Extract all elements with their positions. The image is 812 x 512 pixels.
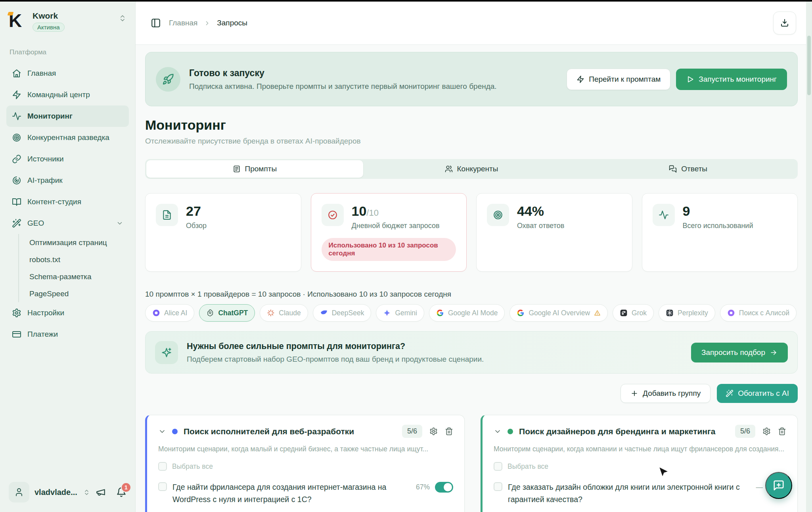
prompt-toggle[interactable] xyxy=(435,482,453,493)
chevron-down-icon[interactable] xyxy=(494,428,502,435)
grok-icon xyxy=(620,309,628,317)
gear-icon[interactable] xyxy=(762,427,771,435)
sidebar-item-label: Настройки xyxy=(27,309,64,317)
notifications-button[interactable]: 1 xyxy=(116,487,126,497)
stat-value: 44% xyxy=(517,204,564,219)
sidebar-item-payments[interactable]: Платежи xyxy=(6,324,129,345)
workspace-name: Kwork xyxy=(33,11,65,21)
sidebar-item-label: Платежи xyxy=(27,330,58,339)
scrollbar-track[interactable] xyxy=(806,2,812,512)
prompts-icon xyxy=(233,165,241,173)
stat-label: Дневной бюджет запросов xyxy=(352,222,440,230)
breadcrumb-current: Запросы xyxy=(217,19,247,27)
wand-sparkles-icon xyxy=(12,219,21,228)
group-count-badge: 5/6 xyxy=(402,425,422,438)
page-header: Главная Запросы xyxy=(136,2,812,45)
request-selection-button[interactable]: Запросить подбор xyxy=(691,343,788,362)
stat-cards: 27 Обзор 10/10 Дневной бюджет запросов И… xyxy=(145,193,798,272)
trash-icon[interactable] xyxy=(778,427,786,435)
sidebar-item-monitoring[interactable]: Мониторинг xyxy=(6,105,129,127)
warning-triangle-icon xyxy=(594,310,601,316)
tab-answers[interactable]: Ответы xyxy=(580,160,797,178)
select-all-checkbox[interactable] xyxy=(158,462,167,471)
message-square-plus-icon xyxy=(773,479,785,491)
breadcrumb-home-link[interactable]: Главная xyxy=(169,19,197,27)
page-subtitle: Отслеживайте присутствие бренда в ответа… xyxy=(145,137,798,146)
activity-icon xyxy=(12,111,21,121)
sidebar-item-competitive-intel[interactable]: Конкурентная разведка xyxy=(6,127,129,148)
sidebar-item-label: Конкурентная разведка xyxy=(27,133,109,142)
group-actions: Добавить группу Обогатить с AI xyxy=(145,384,798,403)
provider-chip-gemini[interactable]: Gemini xyxy=(376,304,424,322)
launch-banner-subtitle: Подписка активна. Проверьте промпты и за… xyxy=(189,82,497,91)
go-to-prompts-button[interactable]: Перейти к промптам xyxy=(567,69,670,90)
workspace-switcher[interactable]: K Kwork Активна xyxy=(6,11,129,32)
zap-icon xyxy=(12,90,21,100)
sidebar-item-robots-txt[interactable]: robots.txt xyxy=(29,251,129,268)
sidebar-item-label: Командный центр xyxy=(27,90,90,99)
budget-used-badge: Использовано 10 из 10 запросов сегодня xyxy=(322,238,456,261)
scrollbar-thumb[interactable] xyxy=(807,36,811,95)
sub-item-label: robots.txt xyxy=(29,255,60,264)
stat-card-daily-budget: 10/10 Дневной бюджет запросов Использова… xyxy=(311,193,467,272)
promo-title: Нужны более сильные промпты для монитори… xyxy=(187,341,484,351)
page-title: Мониторинг xyxy=(145,117,798,133)
credit-card-icon xyxy=(12,330,21,339)
provider-chip-alisa-search[interactable]: Поиск с Алисой xyxy=(720,304,797,322)
sidebar-item-command-center[interactable]: Командный центр xyxy=(6,84,129,105)
provider-chip-claude[interactable]: Claude xyxy=(260,304,308,322)
megaphone-icon[interactable] xyxy=(96,487,106,497)
provider-chip-chatgpt[interactable]: ChatGPT xyxy=(199,304,255,322)
chevron-down-icon xyxy=(116,220,123,227)
chevrons-up-down-icon[interactable] xyxy=(119,11,126,22)
sub-item-label: Schema-разметка xyxy=(29,272,92,281)
user-icon xyxy=(14,487,24,497)
select-all-checkbox[interactable] xyxy=(494,462,502,471)
wand-sparkles-icon xyxy=(726,389,733,397)
provider-chip-perplexity[interactable]: Perplexity xyxy=(659,304,715,322)
provider-chip-google-ai-overview[interactable]: Google AI Overview xyxy=(509,304,608,322)
feedback-chat-button[interactable] xyxy=(765,472,792,499)
alice-ai-icon xyxy=(152,309,160,317)
download-button[interactable] xyxy=(773,12,796,35)
chevron-right-icon xyxy=(204,20,211,27)
trash-icon[interactable] xyxy=(445,427,453,435)
provider-chip-alice-ai[interactable]: Alice AI xyxy=(145,304,194,322)
user-menu[interactable]: vladvlade... 1 xyxy=(6,482,129,502)
chatgpt-icon xyxy=(206,309,214,317)
sidebar-item-pagespeed[interactable]: PageSpeed xyxy=(29,285,129,302)
enrich-with-ai-button[interactable]: Обогатить с AI xyxy=(717,384,798,403)
provider-chip-grok[interactable]: Grok xyxy=(613,304,654,322)
sidebar-item-label: Главная xyxy=(27,69,56,78)
sidebar-item-schema-markup[interactable]: Schema-разметка xyxy=(29,268,129,285)
gear-icon[interactable] xyxy=(429,427,438,435)
zap-icon xyxy=(576,75,584,83)
prompt-checkbox[interactable] xyxy=(158,482,167,491)
sidebar-item-label: Источники xyxy=(27,155,64,163)
select-all-label: Выбрать все xyxy=(172,462,213,471)
sidebar-item-content-studio[interactable]: Контент-студия xyxy=(6,191,129,213)
sidebar-item-geo[interactable]: GEO xyxy=(6,213,129,234)
activity-icon xyxy=(653,204,675,226)
provider-chip-deepseek[interactable]: DeepSeek xyxy=(313,304,372,322)
chevron-down-icon[interactable] xyxy=(158,428,166,435)
arrow-right-icon xyxy=(770,349,778,357)
start-monitoring-button[interactable]: Запустить мониторинг xyxy=(676,69,787,90)
sidebar-item-home[interactable]: Главная xyxy=(6,63,129,84)
add-group-button[interactable]: Добавить группу xyxy=(620,384,710,403)
sidebar-item-ai-traffic[interactable]: AI-трафик xyxy=(6,170,129,191)
prompt-checkbox[interactable] xyxy=(494,482,502,491)
panel-left-icon[interactable] xyxy=(151,18,161,28)
sidebar-item-page-optimization[interactable]: Оптимизация страниц xyxy=(29,234,129,251)
prompt-group-design-branding: Поиск дизайнеров для брендинга и маркети… xyxy=(481,415,798,512)
sidebar-item-sources[interactable]: Источники xyxy=(6,148,129,170)
sidebar-item-settings[interactable]: Настройки xyxy=(6,302,129,324)
tab-prompts[interactable]: Промпты xyxy=(146,160,363,178)
tab-competitors[interactable]: Конкуренты xyxy=(363,160,580,178)
rocket-icon xyxy=(156,67,180,92)
google-g-icon xyxy=(436,309,444,317)
plus-icon xyxy=(630,389,638,397)
provider-chip-google-ai-mode[interactable]: Google AI Mode xyxy=(429,304,505,322)
alisa-icon xyxy=(727,309,735,317)
promo-subtitle: Подберем стартовый набор GEO-промптов по… xyxy=(187,355,484,364)
